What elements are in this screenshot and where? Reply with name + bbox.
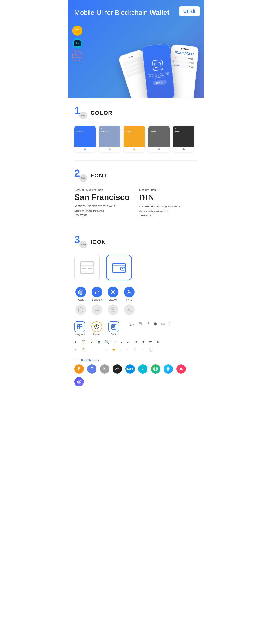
svg-rect-8 <box>82 268 86 272</box>
crypto-bitcoin: ₿ <box>74 364 84 374</box>
icon-item-exchange: Exchange <box>90 287 103 301</box>
icon-label-profile: Profile <box>126 298 132 301</box>
color-swatches: #3574FA #8DA0C8 #F5A623 #666666 #303030 <box>74 126 198 152</box>
crypto-ark <box>176 364 186 374</box>
layers-icon: ⊟ <box>138 321 142 326</box>
swatch-gray-blue: #8DA0C8 <box>99 126 120 152</box>
svg-point-12 <box>122 268 123 269</box>
hero-section: Mobile UI for Blockchain Wallet UI Kit P… <box>68 0 204 98</box>
svg-marker-19 <box>78 307 83 312</box>
icon-item-discover-gray <box>107 304 120 315</box>
line-icons-inactive: + 📋 ✓ ⊞ ⊙ ★ ‹ ↔ ✗ → ⓘ <box>74 347 198 352</box>
svg-marker-34 <box>154 368 156 370</box>
font-sf-upper: ABCDEFGHIJKLMNOPQRSTUVWXYZ <box>74 204 133 208</box>
qr-icon-gray: ⊞ <box>98 348 100 352</box>
section-number-3: 3 THREE <box>74 236 87 248</box>
font-sf-name: San Francisco <box>74 193 133 202</box>
svg-rect-24 <box>77 324 80 326</box>
chevron-left-icon: ‹ <box>121 340 122 344</box>
font-sf-nums: 1234567890 <box>74 214 133 218</box>
font-section-header: 2 TWO FONT <box>74 169 198 182</box>
icon-item-assets: Assets <box>74 287 87 301</box>
crypto-waves <box>112 364 122 374</box>
screens-badge: 60+ Screens <box>72 51 82 61</box>
plus-icon: + <box>74 340 77 345</box>
swatch-orange: #F5A623 <box>124 126 145 152</box>
ui-kit-badge: UI Kit <box>179 6 200 16</box>
star-filled-icon: ★ <box>112 348 116 352</box>
font-din-name: DIN <box>139 193 198 202</box>
font-sf-lower: abcdefghijklmnopqrstuvwxyz <box>74 209 133 213</box>
crypto-grid <box>151 364 160 374</box>
sync-icon: ⇄ <box>149 340 152 344</box>
crypto-icons-row: ₿ Ξ Ł DASH Z <box>74 364 198 386</box>
badge-list: Ps 60+ Screens <box>72 26 82 61</box>
search-icon: 🔍 <box>104 340 109 344</box>
svg-point-18 <box>128 290 130 292</box>
crypto-litecoin: Ł <box>100 364 109 374</box>
moon-icon: ☽ <box>146 321 150 326</box>
color-section-header: 1 ONE COLOR <box>74 106 198 119</box>
svg-rect-10 <box>112 263 126 273</box>
icon-item-order: Order <box>108 321 119 336</box>
line-icons-active: + 📋 ✓ ⊞ 🔍 ☆ ‹ ⇤ ⚙ ⬆ ⇄ ✕ <box>74 340 198 345</box>
icon-item-assets-gray <box>74 304 87 315</box>
icon-label-history: History <box>93 333 100 336</box>
svg-point-21 <box>112 309 114 310</box>
svg-rect-7 <box>80 262 94 266</box>
crypto-ethereum: Ξ <box>87 364 96 374</box>
svg-point-22 <box>128 308 130 310</box>
star-icon: ☆ <box>114 340 117 344</box>
font-din-upper: ABCDEFGHIJKLMNOPQRSTUVWXYZ <box>139 205 198 208</box>
crypto-zen: Z <box>138 364 148 374</box>
svg-point-17 <box>112 292 114 292</box>
crypto-strat <box>164 364 173 374</box>
named-icon-grid: Assets Exchange <box>74 287 136 315</box>
sketch-badge <box>72 26 82 36</box>
check-icon: ✓ <box>90 340 93 344</box>
check-icon-gray: ✓ <box>90 348 93 352</box>
icon-section: 3 THREE ICON <box>68 227 204 395</box>
bottom-named-icons: Mangment History <box>74 321 198 336</box>
svg-marker-14 <box>79 291 82 294</box>
icon-item-history: History <box>92 321 102 336</box>
font-sf-label: Regular ' Medium ' Bold <box>74 188 133 192</box>
font-section: 2 TWO FONT Regular ' Medium ' Bold San F… <box>68 161 204 227</box>
edit-doc-icon-gray: 📋 <box>81 348 86 352</box>
info-icon: ℹ <box>169 321 171 326</box>
icon-item-exchange-gray <box>90 304 103 315</box>
icon-section-header: 3 THREE ICON <box>74 236 198 248</box>
font-din: Medium ' Bold DIN ABCDEFGHIJKLMNOPQRSTUV… <box>139 188 198 218</box>
section-number-2: 2 TWO <box>74 169 87 182</box>
swatch-dark-gray: #666666 <box>148 126 170 152</box>
font-grid: Regular ' Medium ' Bold San Francisco AB… <box>74 188 198 218</box>
upload-icon: ⬆ <box>142 340 145 344</box>
circle-icon: ◉ <box>154 321 157 326</box>
icon-placeholder-gray-1 <box>74 255 100 280</box>
font-din-label: Medium ' Bold <box>139 188 198 192</box>
crypto-poly <box>74 377 84 386</box>
chat-icon: 💬 <box>130 321 134 326</box>
icon-title: ICON <box>90 239 106 245</box>
icon-item-management: Mangment <box>74 321 85 336</box>
section-number-1: 1 ONE <box>74 106 87 119</box>
chevron-left-icon-gray: ‹ <box>120 348 121 352</box>
swatch-black: #303030 <box>173 126 194 152</box>
qr-icon: ⊞ <box>98 340 100 344</box>
font-din-nums: 1234567890 <box>139 214 198 218</box>
icon-placeholder-blue <box>106 255 132 280</box>
settings-icon: ⚙ <box>134 340 138 344</box>
font-sf: Regular ' Medium ' Bold San Francisco AB… <box>74 188 133 218</box>
swatch-blue: #3574FA <box>74 126 96 152</box>
plus-icon-gray: + <box>74 347 77 352</box>
icon-item-profile-gray <box>123 304 136 315</box>
icon-label-assets: Assets <box>78 298 84 301</box>
info-icon-gray: ⓘ <box>149 347 152 352</box>
svg-rect-9 <box>88 268 92 272</box>
arrows-icon-gray: ↔ <box>125 348 129 352</box>
font-title: FONT <box>90 172 107 179</box>
blockchain-label: BlockChain Icon <box>74 359 198 362</box>
share-icon: ⇤ <box>127 340 130 344</box>
icon-label-discover: Discover <box>109 298 117 301</box>
icon-item-profile: Profile <box>123 287 136 301</box>
